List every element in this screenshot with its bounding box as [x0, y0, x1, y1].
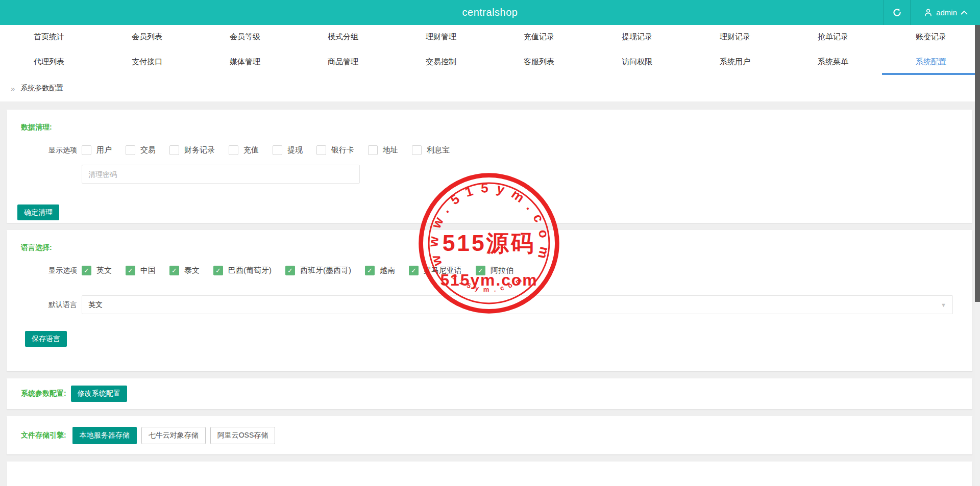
nav-tab[interactable]: 提现记录 — [588, 25, 686, 49]
app-title: centralshop — [0, 0, 980, 25]
nav-tab[interactable]: 访问权限 — [588, 49, 686, 75]
checkbox-checked[interactable]: ✓ — [213, 266, 223, 275]
username-label: admin — [936, 8, 957, 17]
partial-card — [7, 462, 972, 486]
checkbox-checked[interactable]: ✓ — [476, 266, 485, 275]
checkbox-label: 充值 — [243, 145, 259, 155]
check-icon: ✓ — [84, 267, 89, 274]
storage-option-button[interactable]: 七牛云对象存储 — [141, 427, 206, 444]
language-checkbox[interactable]: ✓ 阿拉伯 — [476, 266, 513, 275]
nav-tab[interactable]: 充值记录 — [490, 25, 588, 49]
checkbox-checked[interactable]: ✓ — [169, 266, 179, 275]
data-clean-checkbox[interactable]: ✓ 银行卡 — [316, 145, 354, 155]
data-clean-checkbox[interactable]: ✓ 用户 — [82, 145, 112, 155]
nav-tab[interactable]: 抢单记录 — [784, 25, 882, 49]
user-menu[interactable]: admin — [911, 0, 971, 25]
selected-language: 英文 — [88, 300, 103, 310]
language-checkbox[interactable]: ✓ 越南 — [365, 266, 395, 275]
checkbox[interactable]: ✓ — [273, 145, 282, 155]
data-clean-options: ✓ 用户 ✓ 交易 ✓ 财务记录 ✓ 充值 — [82, 145, 463, 155]
checkbox-checked[interactable]: ✓ — [409, 266, 419, 275]
storage-option-button[interactable]: 阿里云OSS存储 — [210, 427, 276, 444]
storage-option-button[interactable]: 本地服务器存储 — [72, 427, 137, 444]
data-clean-checkbox[interactable]: ✓ 提现 — [273, 145, 303, 155]
save-language-button[interactable]: 保存语言 — [25, 331, 67, 347]
language-section: 语言选择: 显示选项 ✓ 英文 ✓ 中国 ✓ 泰文 — [7, 230, 972, 371]
chevron-up-icon — [961, 10, 968, 15]
nav-tab[interactable]: 代理列表 — [0, 49, 98, 75]
check-icon: ✓ — [172, 267, 177, 274]
checkbox-checked[interactable]: ✓ — [285, 266, 295, 275]
refresh-button[interactable] — [884, 0, 910, 25]
checkbox-label: 财务记录 — [184, 145, 215, 155]
checkbox[interactable]: ✓ — [126, 145, 135, 155]
nav-tab[interactable]: 媒体管理 — [196, 49, 294, 75]
data-clean-checkbox[interactable]: ✓ 财务记录 — [169, 145, 215, 155]
chevron-down-icon: ▼ — [941, 302, 946, 308]
checkbox[interactable]: ✓ — [169, 145, 179, 155]
clean-password-input[interactable] — [82, 165, 360, 184]
nav-tab[interactable]: 商品管理 — [294, 49, 392, 75]
checkbox-label: 提现 — [287, 145, 303, 155]
data-clean-checkbox[interactable]: ✓ 充值 — [229, 145, 259, 155]
check-icon: ✓ — [215, 267, 221, 274]
nav-tab[interactable]: 理财记录 — [686, 25, 784, 49]
data-clean-section: 数据清理: 显示选项 ✓ 用户 ✓ 交易 ✓ 财务记录 — [7, 110, 972, 223]
language-checkbox[interactable]: ✓ 英文 — [82, 266, 112, 275]
check-icon: ✓ — [287, 267, 293, 274]
system-config-label: 系统参数配置: — [21, 389, 66, 398]
nav-tab[interactable]: 理财管理 — [392, 25, 490, 49]
storage-buttons: 本地服务器存储 七牛云对象存储 阿里云OSS存储 — [72, 427, 276, 444]
nav-tab[interactable]: 会员列表 — [98, 25, 196, 49]
main-nav: 首页统计 会员列表 会员等级 模式分组 理财管理 充值记录 提现记录 理财记录 … — [0, 25, 980, 75]
checkbox-checked[interactable]: ✓ — [82, 266, 91, 275]
data-clean-checkbox[interactable]: ✓ 地址 — [368, 145, 398, 155]
checkbox-label: 越南 — [380, 266, 395, 275]
nav-tab[interactable]: 会员等级 — [196, 25, 294, 49]
nav-tab[interactable]: 系统用户 — [686, 49, 784, 75]
nav-tab[interactable]: 客服列表 — [490, 49, 588, 75]
breadcrumb: » 系统参数配置 — [0, 75, 980, 101]
check-icon: ✓ — [411, 267, 416, 274]
data-clean-checkbox[interactable]: ✓ 交易 — [126, 145, 156, 155]
checkbox-label: 交易 — [140, 145, 156, 155]
checkbox-checked[interactable]: ✓ — [365, 266, 375, 275]
page-title: 系统参数配置 — [20, 84, 63, 93]
data-clean-checkbox[interactable]: ✓ 利息宝 — [412, 145, 450, 155]
scrollbar-thumb[interactable] — [975, 25, 980, 302]
confirm-clean-button[interactable]: 确定清理 — [17, 204, 59, 220]
nav-tab[interactable]: 交易控制 — [392, 49, 490, 75]
checkbox[interactable]: ✓ — [82, 145, 91, 155]
default-language-select[interactable]: 英文 ▼ — [82, 295, 953, 314]
language-checkbox[interactable]: ✓ 巴西(葡萄牙) — [213, 266, 272, 275]
default-language-label: 默认语言 — [48, 300, 78, 310]
nav-row-1: 首页统计 会员列表 会员等级 模式分组 理财管理 充值记录 提现记录 理财记录 … — [0, 25, 980, 49]
system-config-section: 系统参数配置: 修改系统配置 — [7, 378, 972, 409]
nav-tab[interactable]: 系统配置 — [882, 49, 980, 75]
scrollbar-track[interactable] — [975, 25, 980, 486]
nav-tab[interactable]: 首页统计 — [0, 25, 98, 49]
checkbox[interactable]: ✓ — [316, 145, 326, 155]
storage-engine-section: 文件存储引擎: 本地服务器存储 七牛云对象存储 阿里云OSS存储 — [7, 416, 972, 454]
checkbox[interactable]: ✓ — [368, 145, 378, 155]
language-checkbox[interactable]: ✓ 罗马尼亚语 — [409, 266, 462, 275]
language-checkbox[interactable]: ✓ 西班牙(墨西哥) — [285, 266, 351, 275]
check-icon: ✓ — [128, 267, 133, 274]
modify-config-button[interactable]: 修改系统配置 — [71, 386, 127, 402]
nav-tab[interactable]: 账变记录 — [882, 25, 980, 49]
checkbox-label: 巴西(葡萄牙) — [228, 266, 272, 275]
checkbox-label: 阿拉伯 — [491, 266, 513, 275]
nav-tab[interactable]: 支付接口 — [98, 49, 196, 75]
checkbox[interactable]: ✓ — [412, 145, 422, 155]
nav-tab[interactable]: 系统菜单 — [784, 49, 882, 75]
checkbox-label: 西班牙(墨西哥) — [300, 266, 351, 275]
language-checkbox[interactable]: ✓ 泰文 — [169, 266, 200, 275]
checkbox-checked[interactable]: ✓ — [126, 266, 135, 275]
checkbox-label: 罗马尼亚语 — [424, 266, 462, 275]
data-clean-title: 数据清理: — [21, 123, 962, 132]
nav-tab[interactable]: 模式分组 — [294, 25, 392, 49]
checkbox-label: 银行卡 — [331, 145, 354, 155]
language-checkbox[interactable]: ✓ 中国 — [126, 266, 156, 275]
checkbox[interactable]: ✓ — [229, 145, 238, 155]
app-header: centralshop admin — [0, 0, 980, 25]
